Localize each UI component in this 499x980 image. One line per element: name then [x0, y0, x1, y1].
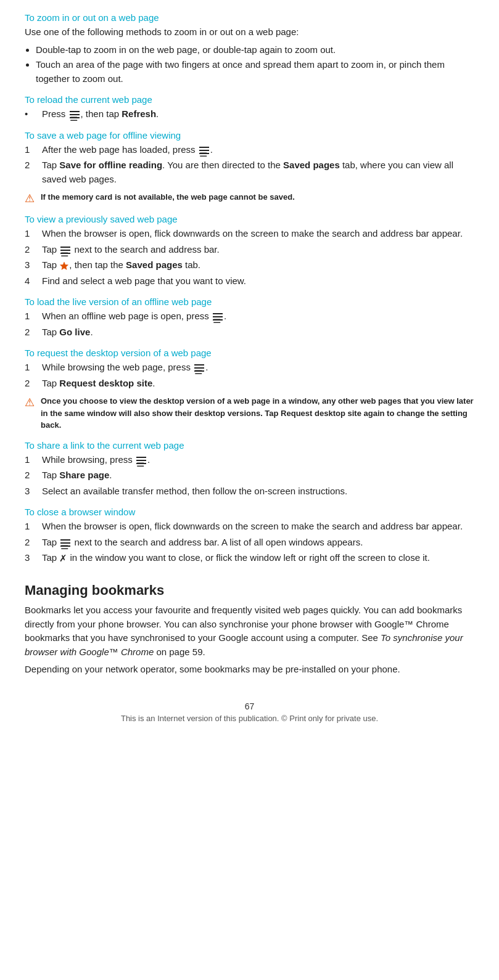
managing-bookmarks-heading: Managing bookmarks: [25, 582, 474, 598]
heading-share: To share a link to the current web page: [25, 440, 474, 451]
close-step-2: 2 Tap ☰ next to the search and address b…: [25, 536, 474, 550]
share-step-3-text: Select an available transfer method, the…: [42, 484, 474, 499]
view-saved-step-3: 3 Tap , then tap the Saved pages tab.: [25, 258, 474, 272]
star-icon: [60, 261, 68, 270]
desktop-step-1-text: While browsing the web page, press ☰.: [42, 361, 474, 375]
view-saved-step-1-text: When the browser is open, flick downward…: [42, 227, 474, 241]
section-share: To share a link to the current web page …: [25, 440, 474, 499]
load-live-step-1-text: When an offline web page is open, press …: [42, 309, 474, 324]
section-save: To save a web page for offline viewing 1…: [25, 130, 474, 206]
save-step-1-num: 1: [25, 143, 42, 157]
desktop-step-1-num: 1: [25, 361, 42, 375]
save-warning-text: If the memory card is not available, the…: [41, 191, 295, 203]
menu-icon-ll1: ☰: [213, 313, 223, 321]
section-load-live: To load the live version of an offline w…: [25, 296, 474, 339]
view-saved-step-3-text: Tap , then tap the Saved pages tab.: [42, 258, 474, 272]
zoom-bullets: Double-tap to zoom in on the web page, o…: [36, 43, 474, 86]
load-live-step-1-num: 1: [25, 309, 42, 324]
section-view-saved: To view a previously saved web page 1 Wh…: [25, 214, 474, 288]
close-step-1-text: When the browser is open, flick downward…: [42, 520, 474, 534]
save-step-1: 1 After the web page has loaded, press ☰…: [25, 143, 474, 157]
desktop-step-2-text: Tap Request desktop site.: [42, 377, 474, 391]
desktop-step-1: 1 While browsing the web page, press ☰.: [25, 361, 474, 375]
heading-zoom: To zoom in or out on a web page: [25, 12, 474, 23]
view-saved-step-4: 4 Find and select a web page that you wa…: [25, 274, 474, 288]
close-steps: 1 When the browser is open, flick downwa…: [25, 520, 474, 565]
share-step-2-text: Tap Share page.: [42, 468, 474, 483]
section-managing-bookmarks: Managing bookmarks Bookmarks let you acc…: [25, 582, 474, 677]
view-saved-step-1-num: 1: [25, 227, 42, 241]
close-step-3-num: 3: [25, 551, 42, 565]
section-reload: To reload the current web page • Press ☰…: [25, 94, 474, 121]
desktop-step-2-num: 2: [25, 377, 42, 391]
desktop-warning-text: Once you choose to view the desktop vers…: [41, 395, 474, 431]
desktop-warning: ⚠ Once you choose to view the desktop ve…: [25, 395, 474, 431]
close-step-2-num: 2: [25, 536, 42, 550]
share-step-1: 1 While browsing, press ☰.: [25, 453, 474, 467]
managing-bookmarks-body1: Bookmarks let you access your favourite …: [25, 603, 474, 659]
close-step-2-text: Tap ☰ next to the search and address bar…: [42, 536, 474, 550]
view-saved-step-4-text: Find and select a web page that you want…: [42, 274, 474, 288]
cross-icon: ✗: [59, 552, 67, 566]
share-steps: 1 While browsing, press ☰. 2 Tap Share p…: [25, 453, 474, 499]
share-step-1-num: 1: [25, 453, 42, 467]
zoom-bullet-2: Touch an area of the page with two finge…: [36, 58, 474, 86]
warning-icon-desktop: ⚠: [25, 396, 36, 409]
load-live-steps: 1 When an offline web page is open, pres…: [25, 309, 474, 339]
menu-icon-save1: ☰: [199, 147, 209, 154]
save-step-2-text: Tap Save for offline reading. You are th…: [42, 158, 474, 186]
view-saved-step-2-num: 2: [25, 243, 42, 257]
heading-close: To close a browser window: [25, 507, 474, 517]
save-steps: 1 After the web page has loaded, press ☰…: [25, 143, 474, 187]
page-footer: 67 This is an Internet version of this p…: [25, 701, 474, 723]
view-saved-step-3-num: 3: [25, 258, 42, 272]
save-warning: ⚠ If the memory card is not available, t…: [25, 191, 474, 205]
menu-icon-sh1: ☰: [136, 457, 146, 464]
menu-icon-vs2: ☰: [60, 247, 70, 254]
close-step-1: 1 When the browser is open, flick downwa…: [25, 520, 474, 534]
save-step-2-num: 2: [25, 158, 42, 186]
heading-reload: To reload the current web page: [25, 94, 474, 105]
share-step-2: 2 Tap Share page.: [25, 468, 474, 483]
warning-icon-save: ⚠: [25, 192, 36, 205]
share-step-2-num: 2: [25, 468, 42, 483]
view-saved-step-2-text: Tap ☰ next to the search and address bar…: [42, 243, 474, 257]
view-saved-step-4-num: 4: [25, 274, 42, 288]
reload-step-1-text: Press ☰, then tap Refresh.: [42, 107, 474, 121]
save-step-1-text: After the web page has loaded, press ☰.: [42, 143, 474, 157]
view-saved-steps: 1 When the browser is open, flick downwa…: [25, 227, 474, 288]
reload-step-1: • Press ☰, then tap Refresh.: [25, 107, 474, 121]
managing-bookmarks-body2: Depending on your network operator, some…: [25, 663, 474, 677]
menu-icon-d1: ☰: [194, 364, 204, 372]
zoom-intro: Use one of the following methods to zoom…: [25, 25, 474, 39]
page-number: 67: [25, 701, 474, 711]
section-desktop: To request the desktop version of a web …: [25, 348, 474, 431]
save-step-2: 2 Tap Save for offline reading. You are …: [25, 158, 474, 186]
menu-icon-cl2: ☰: [60, 539, 70, 547]
share-step-3-num: 3: [25, 484, 42, 499]
close-step-3: 3 Tap ✗ in the window you want to close,…: [25, 551, 474, 565]
footer-text: This is an Internet version of this publ…: [25, 714, 474, 723]
svg-marker-0: [60, 262, 68, 270]
menu-icon-reload: ☰: [70, 111, 80, 118]
view-saved-step-2: 2 Tap ☰ next to the search and address b…: [25, 243, 474, 257]
heading-load-live: To load the live version of an offline w…: [25, 296, 474, 307]
heading-save: To save a web page for offline viewing: [25, 130, 474, 141]
share-step-3: 3 Select an available transfer method, t…: [25, 484, 474, 499]
heading-view-saved: To view a previously saved web page: [25, 214, 474, 224]
close-step-1-num: 1: [25, 520, 42, 534]
section-close: To close a browser window 1 When the bro…: [25, 507, 474, 565]
load-live-step-2: 2 Tap Go live.: [25, 325, 474, 340]
view-saved-step-1: 1 When the browser is open, flick downwa…: [25, 227, 474, 241]
zoom-bullet-1: Double-tap to zoom in on the web page, o…: [36, 43, 474, 57]
desktop-steps: 1 While browsing the web page, press ☰. …: [25, 361, 474, 390]
close-step-3-text: Tap ✗ in the window you want to close, o…: [42, 551, 474, 565]
load-live-step-1: 1 When an offline web page is open, pres…: [25, 309, 474, 324]
share-step-1-text: While browsing, press ☰.: [42, 453, 474, 467]
load-live-step-2-text: Tap Go live.: [42, 325, 474, 340]
managing-bookmarks-body1-end: on page 59.: [154, 647, 205, 657]
section-zoom: To zoom in or out on a web page Use one …: [25, 12, 474, 86]
desktop-step-2: 2 Tap Request desktop site.: [25, 377, 474, 391]
reload-bullet: •: [25, 107, 42, 121]
heading-desktop: To request the desktop version of a web …: [25, 348, 474, 358]
